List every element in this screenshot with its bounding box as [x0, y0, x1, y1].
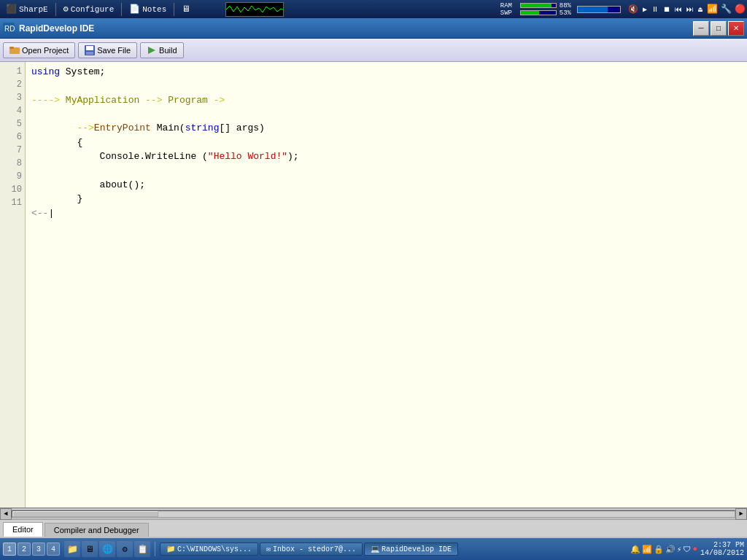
tray-icon-6[interactable]: 🛡 — [683, 545, 691, 554]
build-button[interactable]: Build — [140, 42, 183, 58]
ql-icon-1[interactable]: 📁 — [64, 541, 80, 557]
open-project-button[interactable]: Open Project — [3, 42, 75, 58]
volume-bar[interactable] — [577, 6, 621, 13]
settings-icon[interactable]: 🔧 — [721, 4, 732, 15]
ql-icon-4[interactable]: ⚙ — [117, 541, 133, 557]
top-taskbar: ⬛ SharpE ⚙ Configure 📄 Notes 🖥 RAM 88% — [0, 0, 747, 18]
swp-label: SWP — [500, 9, 519, 17]
code-editor[interactable]: using System; ----> MyApplication --> Pr… — [26, 62, 747, 508]
eject-button[interactable]: ⏏ — [697, 4, 704, 15]
windows-taskbar: 1 2 3 4 📁 🖥 🌐 ⚙ 📋 📁 C:\WINDOWS\sys... ✉ … — [0, 538, 747, 560]
system-clock: 2:37 PM 14/08/2012 — [700, 541, 744, 557]
code-line-6: { — [31, 136, 741, 150]
taskbar-path-label: C:\WINDOWS\sys... — [177, 545, 252, 553]
taskbar-ide-label: RapidDevelop IDE — [382, 545, 452, 553]
tray-icon-4[interactable]: 🔊 — [665, 545, 676, 554]
ram-percent: 88% — [560, 2, 571, 9]
pause-button[interactable]: ⏸ — [650, 4, 660, 15]
taskbar-item-inbox[interactable]: ✉ Inbox - stedor7@... — [260, 542, 363, 556]
bottom-tabs: Editor Compiler and Debugger — [0, 519, 747, 537]
ql-icon-2[interactable]: 🖥 — [82, 541, 98, 557]
line-num-3: 3 — [0, 91, 25, 104]
ql-icon-5[interactable]: 📋 — [134, 541, 150, 557]
line-numbers: 1 2 3 4 5 6 7 8 9 10 11 — [0, 62, 26, 508]
line-num-2: 2 — [0, 78, 25, 91]
editor-container: 1 2 3 4 5 6 7 8 9 10 11 using System; --… — [0, 62, 747, 519]
tray-icon-2[interactable]: 📶 — [642, 545, 652, 554]
scroll-thumb[interactable] — [12, 511, 158, 517]
taskbar-right: RAM 88% SWP 53% 🔇 ▶ ⏸ ⏹ ⏮ — [500, 2, 746, 17]
taskbar-item-ide[interactable]: 💻 RapidDevelop IDE — [364, 542, 458, 556]
swp-bar-fill — [521, 11, 539, 15]
stop-button[interactable]: ⏹ — [662, 4, 672, 15]
taskbar-tray: 🔔 📶 🔒 🔊 ⚡ 🛡 ● 2:37 PM 14/08/2012 — [630, 541, 744, 557]
monitor-menu-item[interactable]: 🖥 — [177, 1, 195, 18]
line-num-11: 11 — [0, 196, 25, 209]
desktop-2-button[interactable]: 2 — [18, 542, 31, 556]
maximize-button[interactable]: □ — [711, 21, 727, 36]
tray-icon-1[interactable]: 🔔 — [630, 545, 640, 554]
system-tray: 🔔 📶 🔒 🔊 ⚡ 🛡 ● — [630, 545, 697, 554]
horizontal-scrollbar[interactable]: ◄ ► — [0, 508, 747, 519]
ram-bar-fill — [521, 4, 551, 7]
scroll-right-button[interactable]: ► — [735, 508, 747, 520]
close-button[interactable]: ✕ — [728, 21, 744, 36]
scroll-track[interactable] — [12, 510, 735, 518]
wave-graph — [225, 2, 284, 17]
svg-rect-3 — [9, 47, 14, 49]
code-line-4 — [31, 107, 741, 121]
wifi-icon[interactable]: 📶 — [707, 4, 718, 15]
desktop-1-button[interactable]: 1 — [3, 542, 16, 556]
line-num-10: 10 — [0, 183, 25, 196]
power-icon[interactable]: 🔴 — [735, 4, 746, 15]
quick-launch: 📁 🖥 🌐 ⚙ 📋 — [64, 541, 150, 557]
save-file-label: Save File — [97, 46, 131, 55]
tab-compiler[interactable]: Compiler and Debugger — [44, 523, 149, 537]
scroll-left-button[interactable]: ◄ — [0, 508, 12, 520]
notes-icon: 📄 — [129, 4, 140, 15]
svg-rect-5 — [86, 46, 93, 50]
taskbar-inbox-label: Inbox - stedor7@... — [273, 545, 356, 553]
code-line-9: about(); — [31, 178, 741, 192]
swp-bar — [520, 10, 557, 15]
code-line-10: } — [31, 192, 741, 206]
minimize-button[interactable]: ─ — [693, 21, 709, 36]
build-label: Build — [159, 46, 177, 55]
notes-menu-item[interactable]: 📄 Notes — [125, 1, 171, 18]
editor-main: 1 2 3 4 5 6 7 8 9 10 11 using System; --… — [0, 62, 747, 508]
tray-icon-5[interactable]: ⚡ — [677, 545, 682, 554]
app-icon: RD — [3, 23, 15, 34]
desktop-3-button[interactable]: 3 — [32, 542, 45, 556]
tab-editor[interactable]: Editor — [3, 522, 43, 537]
configure-menu-item[interactable]: ⚙ Configure — [59, 1, 119, 18]
volume-icon[interactable]: 🔇 — [627, 4, 640, 15]
media-controls: 🔇 ▶ ⏸ ⏹ ⏮ ⏭ ⏏ — [627, 4, 704, 15]
code-line-5: -->EntryPoint Main(string[] args) — [31, 121, 741, 136]
next-button[interactable]: ⏭ — [685, 4, 695, 15]
configure-icon: ⚙ — [63, 4, 69, 15]
tray-icon-7[interactable]: ● — [692, 545, 697, 553]
swp-percent: 53% — [560, 9, 571, 17]
prev-button[interactable]: ⏮ — [673, 4, 684, 15]
tray-icon-3[interactable]: 🔒 — [654, 545, 664, 554]
taskbar-item-path[interactable]: 📁 C:\WINDOWS\sys... — [160, 542, 258, 556]
svg-rect-6 — [86, 52, 93, 55]
title-bar-buttons: ─ □ ✕ — [693, 21, 744, 36]
line-num-8: 8 — [0, 157, 25, 170]
sharpe-label: SharpE — [19, 5, 48, 14]
code-line-2 — [31, 79, 741, 93]
ram-label: RAM — [500, 2, 519, 9]
build-icon — [147, 45, 157, 55]
ql-icon-3[interactable]: 🌐 — [99, 541, 115, 557]
ram-display: RAM 88% SWP 53% — [500, 2, 571, 17]
sharpe-menu-item[interactable]: ⬛ SharpE — [1, 1, 53, 18]
code-line-8 — [31, 164, 741, 178]
desktop-4-button[interactable]: 4 — [47, 542, 60, 556]
save-file-button[interactable]: Save File — [78, 42, 137, 58]
notes-label: Notes — [142, 5, 166, 14]
line-num-7: 7 — [0, 144, 25, 157]
toolbar: Open Project Save File Build — [0, 39, 747, 62]
play-button[interactable]: ▶ — [641, 4, 649, 15]
tray-icons: 📶 🔧 🔴 — [707, 4, 746, 15]
code-line-11: <-- — [31, 206, 741, 221]
